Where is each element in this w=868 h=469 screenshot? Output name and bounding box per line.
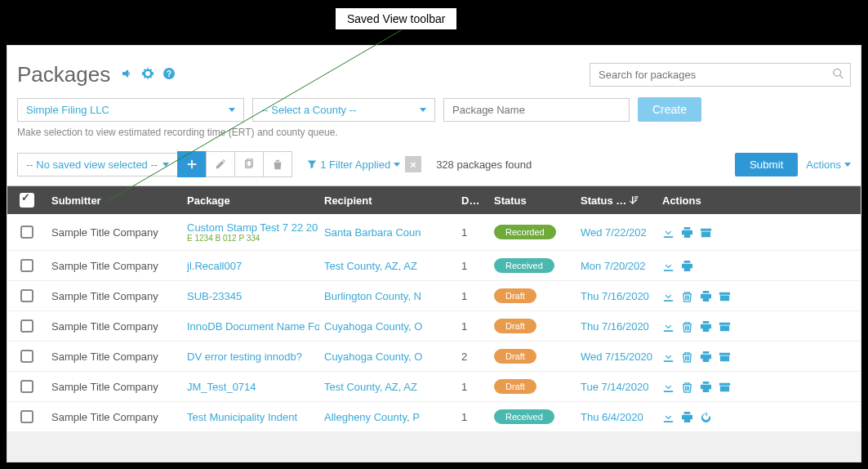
- undo-icon[interactable]: [700, 411, 712, 423]
- row-checkbox[interactable]: [20, 226, 33, 239]
- recipient-link[interactable]: Test County, AZ, AZ: [319, 373, 456, 400]
- cell-docs: 2: [456, 343, 489, 370]
- packages-table: Submitter Package Recipient D… Status St…: [7, 185, 861, 432]
- cell-docs: 1: [456, 283, 489, 310]
- county-dropdown[interactable]: -- Select a County --: [252, 98, 435, 122]
- print-icon[interactable]: [700, 381, 712, 393]
- status-badge: Draft: [494, 288, 536, 303]
- package-link[interactable]: Custom Stamp Test 7 22 20: [187, 221, 314, 234]
- status-badge: Draft: [494, 349, 536, 364]
- status-date-link[interactable]: Wed 7/22/202: [576, 219, 657, 246]
- table-row: Sample Title CompanyCustom Stamp Test 7 …: [7, 214, 861, 251]
- row-checkbox[interactable]: [20, 289, 33, 302]
- status-badge: Recorded: [494, 225, 556, 239]
- cell-submitter: Sample Title Company: [47, 373, 182, 400]
- row-checkbox[interactable]: [20, 350, 33, 363]
- row-checkbox[interactable]: [20, 410, 33, 423]
- download-icon[interactable]: [662, 290, 674, 302]
- col-status-date[interactable]: Status …: [576, 188, 657, 213]
- package-link[interactable]: SUB-23345: [187, 290, 314, 302]
- help-icon[interactable]: ?: [162, 67, 176, 83]
- cell-actions: [657, 373, 755, 400]
- package-link[interactable]: Test Municipality Indent: [187, 411, 314, 423]
- col-submitter[interactable]: Submitter: [47, 188, 182, 213]
- cell-package: SUB-23345: [182, 283, 319, 310]
- recipient-link[interactable]: Burlington County, N: [319, 283, 456, 310]
- submit-button[interactable]: Submit: [735, 153, 798, 176]
- download-icon[interactable]: [662, 320, 674, 333]
- row-checkbox[interactable]: [20, 259, 33, 272]
- col-package[interactable]: Package: [182, 188, 319, 213]
- download-icon[interactable]: [662, 226, 674, 239]
- trash-icon[interactable]: [681, 290, 693, 302]
- toolbar: -- No saved view selected -- 1 Filter Ap…: [7, 151, 861, 185]
- chevron-down-icon: [420, 108, 426, 112]
- table-row: Sample Title CompanyJM_Test_0714Test Cou…: [7, 372, 861, 402]
- trash-icon[interactable]: [681, 320, 693, 333]
- col-actions: Actions: [657, 188, 755, 213]
- status-date-link[interactable]: Wed 7/15/2020: [576, 343, 657, 370]
- print-icon[interactable]: [700, 320, 712, 333]
- cell-submitter: Sample Title Company: [47, 404, 182, 431]
- row-checkbox[interactable]: [20, 380, 33, 393]
- download-icon[interactable]: [662, 260, 674, 272]
- county-value: -- Select a County --: [261, 104, 356, 116]
- table-row: Sample Title CompanySUB-23345Burlington …: [7, 281, 861, 311]
- recipient-link[interactable]: Santa Barbara Coun: [319, 219, 456, 246]
- audio-icon[interactable]: [120, 67, 133, 83]
- archive-icon[interactable]: [719, 320, 731, 333]
- archive-icon[interactable]: [719, 351, 731, 363]
- package-name-input[interactable]: [443, 98, 630, 122]
- download-icon[interactable]: [662, 411, 674, 423]
- recipient-link[interactable]: Test County, AZ, AZ: [319, 252, 456, 279]
- add-view-button[interactable]: [177, 151, 207, 177]
- svg-point-3: [834, 69, 841, 76]
- clear-filter-button[interactable]: ×: [405, 156, 421, 172]
- recipient-link[interactable]: Cuyahoga County, O: [319, 343, 456, 370]
- download-icon[interactable]: [662, 351, 674, 363]
- create-button[interactable]: Create: [638, 97, 701, 122]
- col-docs[interactable]: D…: [456, 188, 489, 213]
- status-date-link[interactable]: Thu 7/16/2020: [576, 313, 657, 340]
- recipient-link[interactable]: Cuyahoga County, O: [319, 313, 456, 340]
- recipient-link[interactable]: Allegheny County, P: [319, 404, 456, 431]
- cell-package: jl.Recall007: [182, 252, 319, 279]
- archive-icon[interactable]: [700, 226, 712, 239]
- copy-view-button[interactable]: [234, 151, 264, 177]
- trash-icon[interactable]: [681, 381, 693, 393]
- print-icon[interactable]: [681, 411, 693, 423]
- package-link[interactable]: JM_Test_0714: [187, 381, 314, 393]
- print-icon[interactable]: [681, 260, 693, 272]
- package-link[interactable]: InnoDB Document Name Fo: [187, 320, 314, 333]
- col-status[interactable]: Status: [489, 188, 576, 213]
- package-link[interactable]: DV error testing innodb?: [187, 351, 314, 363]
- download-icon[interactable]: [662, 381, 674, 393]
- search-icon[interactable]: [833, 68, 844, 82]
- print-icon[interactable]: [700, 351, 712, 363]
- cell-docs: 1: [456, 219, 489, 246]
- row-checkbox[interactable]: [20, 319, 33, 333]
- status-date-link[interactable]: Mon 7/20/202: [576, 252, 657, 279]
- actions-dropdown[interactable]: Actions: [806, 159, 851, 171]
- filter-applied-link[interactable]: 1 Filter Applied: [307, 159, 400, 171]
- gear-icon[interactable]: [141, 67, 154, 83]
- select-all-checkbox[interactable]: [20, 193, 34, 208]
- col-recipient[interactable]: Recipient: [319, 188, 456, 213]
- archive-icon[interactable]: [719, 381, 731, 393]
- chevron-down-icon: [844, 163, 851, 167]
- saved-view-dropdown[interactable]: -- No saved view selected --: [17, 153, 178, 176]
- archive-icon[interactable]: [719, 290, 731, 302]
- organization-dropdown[interactable]: Simple Filing LLC: [17, 98, 244, 122]
- status-date-link[interactable]: Tue 7/14/2020: [576, 373, 657, 400]
- package-link[interactable]: jl.Recall007: [187, 260, 314, 272]
- chevron-down-icon: [394, 163, 400, 167]
- cell-actions: [657, 252, 755, 279]
- status-date-link[interactable]: Thu 7/16/2020: [576, 283, 657, 310]
- edit-view-button[interactable]: [206, 151, 235, 177]
- status-date-link[interactable]: Thu 6/4/2020: [576, 404, 657, 431]
- print-icon[interactable]: [681, 226, 693, 239]
- delete-view-button[interactable]: [263, 151, 292, 177]
- trash-icon[interactable]: [681, 351, 693, 363]
- print-icon[interactable]: [700, 290, 712, 302]
- search-input[interactable]: [590, 63, 851, 87]
